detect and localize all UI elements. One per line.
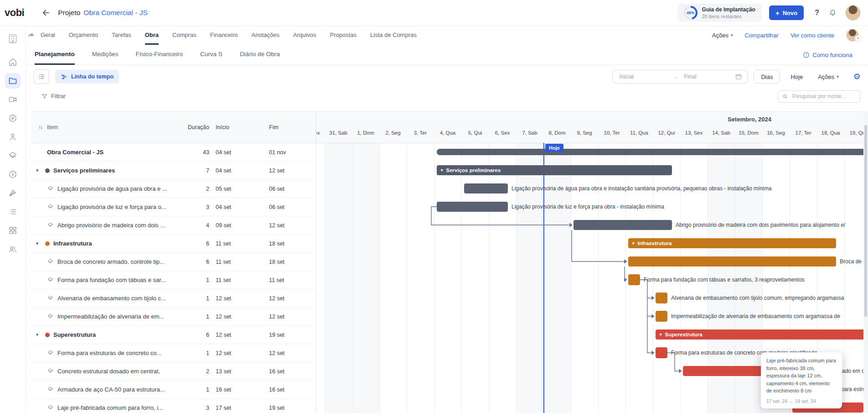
day-header: 19, Qui bbox=[844, 130, 863, 136]
table-row[interactable]: Laje pré-fabricada comum para forro, i..… bbox=[31, 399, 316, 413]
sidebar-layers-icon[interactable] bbox=[5, 148, 21, 163]
chevron-down-icon: ▾ bbox=[731, 33, 733, 37]
row-expander-icon[interactable]: ▾ bbox=[36, 167, 42, 173]
subtab-diario-de-obra[interactable]: Diário de Obra bbox=[240, 45, 280, 65]
back-button[interactable] bbox=[41, 8, 51, 17]
tab-lista-de-compras[interactable]: Lista de Compras bbox=[370, 26, 417, 45]
gantt-task-bar[interactable] bbox=[464, 183, 508, 193]
user-avatar[interactable] bbox=[845, 5, 861, 21]
table-row[interactable]: Forma para estruturas de concreto co...1… bbox=[31, 344, 316, 362]
layers-icon bbox=[47, 350, 54, 356]
table-row[interactable]: Armadura de aço CA-50 para estrutura...1… bbox=[31, 381, 316, 399]
day-header: 31, Sab bbox=[325, 130, 352, 136]
column-fim[interactable]: Fim bbox=[263, 124, 316, 131]
gantt-task-bar[interactable] bbox=[628, 256, 836, 267]
sidebar-users-icon[interactable] bbox=[5, 241, 21, 257]
column-item[interactable]: Item bbox=[47, 124, 58, 131]
today-button[interactable]: Hoje bbox=[788, 73, 806, 81]
date-range-picker[interactable]: → bbox=[612, 70, 748, 84]
tab-geral[interactable]: Geral bbox=[41, 26, 55, 45]
tab-propostas[interactable]: Propostas bbox=[330, 26, 357, 45]
sidebar-finance-icon[interactable]: $ bbox=[5, 167, 21, 182]
row-expander-icon[interactable]: ▾ bbox=[36, 240, 42, 246]
column-inicio[interactable]: Início bbox=[209, 124, 263, 131]
sort-icon[interactable] bbox=[38, 125, 44, 131]
new-button[interactable]: + Novo bbox=[769, 5, 804, 20]
tab-financeiro[interactable]: Financeiro bbox=[210, 26, 238, 45]
gantt-group-bar[interactable]: ▾Superestrutura bbox=[656, 329, 863, 340]
toolbar-acoes-dropdown[interactable]: Ações▾ bbox=[815, 73, 842, 81]
table-row[interactable]: Abrigo provisório de madeira com dois ..… bbox=[31, 216, 316, 235]
gantt-task-bar[interactable] bbox=[574, 220, 672, 230]
scale-dias-button[interactable]: Dias bbox=[754, 70, 780, 84]
table-row[interactable]: Ligação provisória de água para obra e .… bbox=[31, 180, 316, 198]
gantt-task-bar[interactable] bbox=[656, 311, 667, 322]
table-row[interactable]: Forma para fundação com tábuas e sar...1… bbox=[31, 271, 316, 289]
tab-tarefas[interactable]: Tarefas bbox=[112, 26, 131, 45]
subtab-medicoes[interactable]: Medições bbox=[92, 45, 119, 65]
scrollbar-thumb[interactable] bbox=[864, 125, 867, 317]
sidebar-home-icon[interactable] bbox=[5, 54, 21, 70]
tab-arquivos[interactable]: Arquivos bbox=[293, 26, 316, 45]
table-row[interactable]: Alvenaria de embasamento com tijolo c...… bbox=[31, 289, 316, 308]
share-button[interactable]: Compartilhar bbox=[744, 32, 778, 39]
help-icon[interactable]: ? bbox=[815, 9, 819, 17]
tab-orcamento[interactable]: Orçamento bbox=[69, 26, 98, 45]
table-row[interactable]: Concreto estrutural dosado em central,21… bbox=[31, 362, 316, 381]
table-row[interactable]: Obra Comercial - JS4304 set01 nov bbox=[31, 143, 316, 162]
implementation-guide-widget[interactable]: 46% Guia de Implantação 20 itens restant… bbox=[677, 4, 762, 22]
gantt-task-bar[interactable] bbox=[656, 347, 667, 358]
subtab-fisico-financeiro[interactable]: Físico-Financeiro bbox=[136, 45, 183, 65]
tab-compras[interactable]: Compras bbox=[172, 26, 196, 45]
settings-gear-icon[interactable]: ⚙ bbox=[853, 73, 861, 81]
how-it-works-link[interactable]: ? Como funciona bbox=[803, 45, 852, 65]
tab-obra[interactable]: Obra bbox=[145, 26, 159, 45]
search-input[interactable] bbox=[791, 93, 856, 100]
acoes-dropdown[interactable]: Ações▾ bbox=[712, 32, 733, 39]
table-row[interactable]: Ligação provisória de luz e força para o… bbox=[31, 198, 316, 216]
collaborator-avatar[interactable]: + bbox=[846, 29, 859, 42]
table-row[interactable]: Impermeabilização de alvenaria de em...1… bbox=[31, 308, 316, 326]
date-start-input[interactable] bbox=[618, 73, 667, 80]
group-color-dot bbox=[45, 241, 50, 246]
breadcrumb-project-name[interactable]: Obra Comercial - JS bbox=[83, 9, 147, 17]
list-view-button[interactable] bbox=[34, 69, 49, 84]
table-row[interactable]: Broca de concreto armado, controle tip..… bbox=[31, 253, 316, 271]
subtab-curva-s[interactable]: Curva S bbox=[200, 45, 222, 65]
item-end: 12 set bbox=[263, 295, 316, 302]
sidebar-tools-icon[interactable] bbox=[5, 185, 21, 201]
vobi-logo: vobi bbox=[5, 7, 24, 19]
sidebar-projects-folder-icon[interactable] bbox=[5, 73, 21, 89]
date-end-input[interactable] bbox=[683, 73, 732, 80]
share-arrow-icon[interactable] bbox=[27, 31, 35, 39]
item-end: 12 set bbox=[263, 222, 316, 229]
gantt-task-bar[interactable] bbox=[656, 293, 667, 303]
view-as-client-button[interactable]: Ver como cliente bbox=[790, 32, 834, 39]
vertical-scrollbar[interactable] bbox=[863, 111, 868, 413]
gantt-group-bar[interactable]: ▾Serviços preliminares bbox=[437, 165, 672, 175]
item-name: Serviços preliminares bbox=[53, 167, 115, 174]
table-row[interactable]: ▾Serviços preliminares704 set12 set bbox=[31, 162, 316, 180]
item-name: Impermeabilização de alvenaria de em... bbox=[57, 313, 164, 320]
notifications-bell-icon[interactable] bbox=[828, 9, 837, 17]
sidebar-compass-icon[interactable] bbox=[5, 110, 21, 126]
gantt-project-bar[interactable] bbox=[437, 149, 863, 155]
item-start: 11 set bbox=[209, 277, 263, 283]
subtab-planejamento[interactable]: Planejamento bbox=[35, 45, 75, 65]
tab-anotacoes[interactable]: Anotações bbox=[252, 26, 279, 45]
sidebar-person-icon[interactable] bbox=[5, 129, 21, 145]
row-expander-icon[interactable]: ▾ bbox=[36, 332, 42, 338]
column-duracao[interactable]: Duração bbox=[186, 124, 209, 131]
gantt-task-bar[interactable] bbox=[628, 274, 640, 285]
add-collaborator-icon[interactable]: + bbox=[855, 35, 862, 42]
table-row[interactable]: ▾Superestrutura612 set19 set bbox=[31, 326, 316, 344]
table-row[interactable]: ▾Infraestrutura611 set18 set bbox=[31, 235, 316, 253]
filter-button[interactable]: Filtrar bbox=[41, 93, 66, 100]
sidebar-list-icon[interactable] bbox=[5, 204, 21, 220]
timeline-view-button[interactable]: Linha do tempo bbox=[55, 70, 119, 84]
gantt-group-bar[interactable]: ▾Infraestrutura bbox=[628, 238, 836, 248]
gantt-task-bar[interactable] bbox=[437, 202, 508, 212]
sidebar-media-icon[interactable] bbox=[5, 92, 21, 107]
sidebar-grid-icon[interactable] bbox=[5, 223, 21, 238]
search-box[interactable] bbox=[778, 90, 861, 103]
